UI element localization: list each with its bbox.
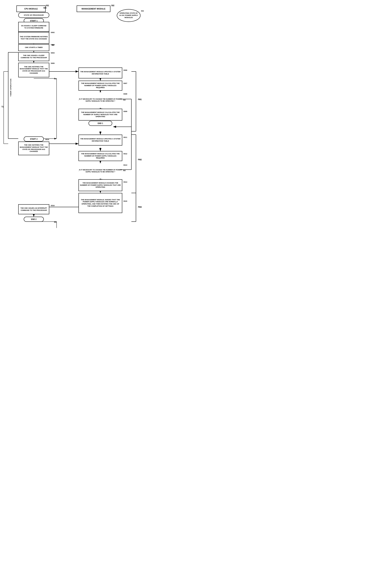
box-s501: OS ISSUES A SLEEP COMMAND TO SYSTEM FIRM… <box>18 22 49 32</box>
ref502: 502 <box>111 5 114 7</box>
pm3-label: PM3 <box>138 206 142 208</box>
diamond-s508: IS IT NECESSARY TO CHANGE THE NUMBER OF … <box>78 92 122 108</box>
start2: START 2 <box>24 136 44 142</box>
management-module-header: MANAGEMENT MODULE <box>77 5 110 12</box>
operating-state: OPERATING STATE OF AC-DC POWER SUPPLY MO… <box>117 9 140 22</box>
ref504: 504 <box>141 10 144 12</box>
pm1-label: PM1 <box>138 98 142 101</box>
label-s502: S502 <box>51 32 54 33</box>
a0-label2: A0 <box>54 221 56 223</box>
end1: END 1 <box>88 121 112 126</box>
cpu-module-header: CPU MODULE <box>16 5 46 12</box>
label-s503: S503 <box>51 44 54 46</box>
no-label1: NO <box>123 99 126 101</box>
label-s513: S513 <box>123 164 127 166</box>
ref501: 501 <box>46 5 49 7</box>
timer-operation-label: TIMER OPERATION <box>10 67 12 108</box>
box-s514: THE MANAGEMENT MODULE CHANGES THE NUMBER… <box>78 179 122 191</box>
ax-label: Ax <box>54 78 56 80</box>
label-s508: S508 <box>123 93 127 95</box>
box-s510: THE CMC NOTIFIES THE MANAGEMENT MODULE T… <box>18 142 49 155</box>
state-of-processor: STATE OF PROCESSOR <box>18 12 49 18</box>
box-s502: THE SYSTEM FIRMWARE NOTIFIES THAT THE ST… <box>18 32 49 44</box>
box-s506: THE MANAGEMENT MODULE UPDATES A SYSTEM I… <box>78 67 122 78</box>
box-s503: CMC STARTS A TIMER <box>18 44 49 51</box>
label-s506: S506 <box>123 69 127 71</box>
pm2-label: PM2 <box>138 159 142 161</box>
ref503: 503 <box>43 7 46 9</box>
label-s505: S505 <box>51 62 54 64</box>
box-s516: THE CMC ISSUES AN INTERRUPT COMMAND TO T… <box>18 204 49 214</box>
end2: END 2 <box>24 217 44 222</box>
box-s509: THE MANAGEMENT MODULE CALCULATES THE NUM… <box>78 109 122 121</box>
label-s504: S504 <box>51 52 54 54</box>
label-s514: S514 <box>123 181 127 183</box>
no-label2: NO <box>123 170 126 171</box>
box-s511: THE MANAGEMENT MODULE UPDATES A SYSTEM I… <box>78 135 122 146</box>
box-s507: THE MANAGEMENT MODULE CALCULATES THE NUM… <box>78 81 122 91</box>
box-s512: THE MANAGEMENT MODULE CALCULATES THE NUM… <box>78 151 122 161</box>
label-s510: S510 <box>45 139 49 140</box>
t1-label: T1 <box>1 106 4 108</box>
box-s504: THE CMC ISSUES A SLEEP COMMAND TO THE PR… <box>18 52 49 61</box>
box-s515: THE MANAGEMENT MODULE JUDGES THAT THE PO… <box>78 193 122 213</box>
diamond-s513: IS IT NECESSARY TO CHANGE THE NUMBER OF … <box>78 163 122 179</box>
label-s516: S516 <box>51 205 54 206</box>
label-s511: S511 <box>123 136 127 138</box>
box-s505: THE CMC NOTIFIES THE MANAGEMENT MODULE T… <box>18 63 49 77</box>
label-s509: S509 <box>123 111 127 112</box>
label-s512: S512 <box>123 153 127 155</box>
label-s507: S507 <box>123 83 127 84</box>
label-s515: S515 <box>123 200 127 202</box>
